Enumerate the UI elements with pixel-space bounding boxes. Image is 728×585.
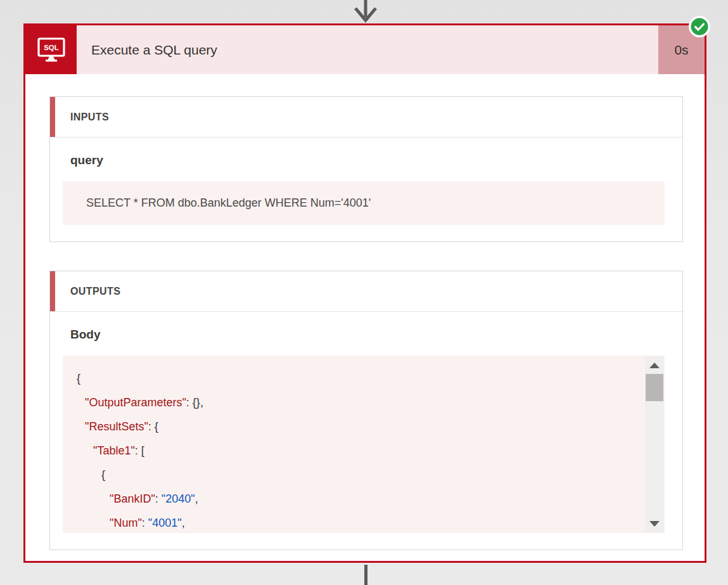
sql-server-icon: SQL <box>25 25 77 74</box>
body-field-label: Body <box>70 327 665 342</box>
json-code-line: { <box>77 366 639 390</box>
outputs-section: OUTPUTS Body {"OutputParameters": {},"Re… <box>49 271 683 550</box>
inputs-accent-bar <box>50 97 55 137</box>
svg-text:SQL: SQL <box>44 44 59 51</box>
json-code-line: "BankID": "2040", <box>77 487 639 511</box>
inputs-heading: INPUTS <box>50 112 109 123</box>
json-scrollbar[interactable] <box>645 356 664 532</box>
json-code-line: "ResultSets": { <box>77 415 639 439</box>
outputs-heading: OUTPUTS <box>50 286 120 297</box>
json-code-line: "Table1": [ <box>77 439 639 463</box>
outputs-section-header: OUTPUTS <box>50 271 682 312</box>
action-title-bar: Execute a SQL query <box>77 25 658 74</box>
status-success-icon <box>688 15 711 38</box>
action-header[interactable]: SQL Execute a SQL query 0s <box>25 25 705 74</box>
outputs-content: Body {"OutputParameters": {},"ResultSets… <box>50 312 682 550</box>
connector-line-bottom <box>364 565 367 585</box>
outputs-accent-bar <box>50 271 55 311</box>
connector-arrow-down <box>353 0 378 23</box>
inputs-section-header: INPUTS <box>50 97 682 138</box>
action-title: Execute a SQL query <box>91 42 217 58</box>
scrollbar-thumb[interactable] <box>646 374 663 401</box>
scrollbar-up-arrow-icon[interactable] <box>645 358 664 372</box>
query-value-block: SELECT * FROM dbo.BankLedger WHERE Num='… <box>63 181 665 225</box>
inputs-content: query SELECT * FROM dbo.BankLedger WHERE… <box>50 138 682 241</box>
body-json-block: {"OutputParameters": {},"ResultSets": {"… <box>63 356 665 533</box>
inputs-section: INPUTS query SELECT * FROM dbo.BankLedge… <box>49 96 683 242</box>
json-code-line: { <box>77 463 639 487</box>
action-card-execute-sql-query: SQL Execute a SQL query 0s INPUTS query … <box>23 23 706 563</box>
json-code-lines: {"OutputParameters": {},"ResultSets": {"… <box>77 366 639 533</box>
scrollbar-down-arrow-icon[interactable] <box>645 517 664 530</box>
json-code-line: "Num": "4001", <box>77 511 639 533</box>
json-code-line: "OutputParameters": {}, <box>77 390 639 415</box>
query-field-label: query <box>70 153 665 168</box>
